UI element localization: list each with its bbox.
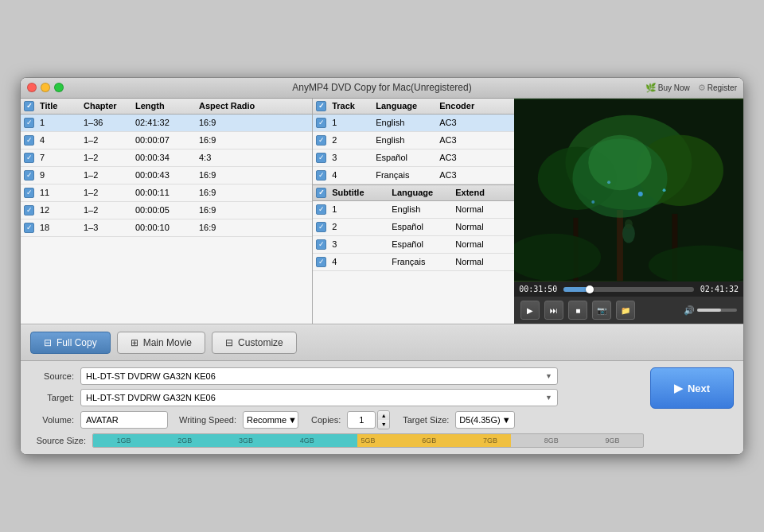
length-cell: 00:00:34 (135, 153, 199, 162)
row-checkbox[interactable]: ✓ (24, 153, 34, 163)
gear-icon: ⚙ (698, 83, 706, 93)
length-cell: 02:41:32 (135, 118, 199, 127)
row-checkbox[interactable]: ✓ (24, 118, 34, 128)
table-row[interactable]: ✓ 12 1–2 00:00:05 16:9 (21, 202, 312, 219)
row-checkbox[interactable]: ✓ (316, 204, 326, 215)
video-preview (514, 99, 743, 282)
tick-8gb: 8GB (544, 437, 559, 445)
table-row[interactable]: ✓ 1 English Normal (313, 201, 514, 219)
aspect-col-header: Aspect Radio (199, 101, 279, 111)
row-checkbox[interactable]: ✓ (24, 188, 34, 198)
row-checkbox[interactable]: ✓ (24, 205, 34, 216)
table-row[interactable]: ✓ 7 1–2 00:00:34 4:3 (21, 150, 312, 167)
title-cell: 4 (40, 135, 84, 145)
row-checkbox[interactable]: ✓ (24, 223, 34, 233)
title-cell: 9 (40, 170, 84, 180)
screenshot-button[interactable]: 📷 (592, 301, 611, 320)
track-cell: 1 (332, 118, 376, 127)
tracks-select-all[interactable]: ✓ (316, 101, 326, 111)
customize-button[interactable]: ⊟ Customize (212, 332, 297, 354)
row-checkbox[interactable]: ✓ (24, 170, 34, 181)
subtitle-section-header: ✓ Subtitle Language Extend (313, 184, 514, 201)
length-cell: 00:00:07 (135, 135, 199, 145)
target-row: Target: HL-DT-ST DVDRW GA32N KE06 ▼ (30, 389, 644, 406)
row-checkbox[interactable]: ✓ (316, 257, 326, 267)
spin-up-button[interactable]: ▲ (378, 411, 389, 420)
sub-language-cell: English (392, 204, 455, 214)
row-checkbox[interactable]: ✓ (316, 153, 326, 163)
tick-9gb: 9GB (606, 437, 620, 445)
tick-3gb: 3GB (239, 437, 253, 445)
register-button[interactable]: ⚙ Register (698, 83, 737, 93)
table-row[interactable]: ✓ 4 Français Normal (313, 254, 514, 271)
skip-forward-button[interactable]: ⏭ (544, 301, 563, 320)
writing-speed-dropdown[interactable]: Recomme ▼ (243, 411, 298, 429)
sub-language-cell: Español (392, 239, 455, 249)
buy-now-button[interactable]: 🌿 Buy Now (645, 83, 690, 93)
volume-input[interactable] (80, 411, 168, 429)
table-row[interactable]: ✓ 11 1–2 00:00:11 16:9 (21, 184, 312, 202)
tick-4gb: 4GB (300, 437, 314, 445)
minimize-button[interactable] (41, 83, 50, 92)
aspect-cell: 16:9 (199, 135, 279, 145)
row-checkbox[interactable]: ✓ (316, 135, 326, 146)
titlebar-actions: 🌿 Buy Now ⚙ Register (645, 83, 737, 93)
copies-input[interactable]: 1 (347, 411, 376, 429)
writing-speed-label: Writing Speed: (179, 415, 236, 425)
chapter-cell: 1–2 (84, 135, 135, 145)
main-movie-button[interactable]: ⊞ Main Movie (117, 332, 205, 354)
extend-col-header: Extend (455, 188, 511, 198)
spin-down-button[interactable]: ▼ (378, 420, 389, 429)
row-checkbox[interactable]: ✓ (316, 170, 326, 181)
row-checkbox[interactable]: ✓ (316, 118, 326, 128)
select-all-checkbox[interactable]: ✓ (24, 101, 34, 111)
chapter-col-header: Chapter (84, 101, 135, 111)
table-row[interactable]: ✓ 4 1–2 00:00:07 16:9 (21, 132, 312, 150)
progress-thumb (586, 285, 594, 293)
options-left: Source: HL-DT-ST DVDRW GA32N KE06 ▼ Targ… (30, 367, 644, 448)
tick-6gb: 6GB (422, 437, 436, 445)
row-checkbox[interactable]: ✓ (316, 239, 326, 250)
progress-bar[interactable] (563, 287, 693, 292)
target-size-dropdown[interactable]: D5(4.35G) ▼ (455, 411, 515, 429)
next-button[interactable]: ▶ Next (650, 367, 734, 409)
row-checkbox[interactable]: ✓ (316, 222, 326, 232)
extend-cell: Normal (455, 222, 511, 231)
leaf-icon: 🌿 (645, 83, 657, 93)
volume-control: 🔊 (684, 305, 737, 316)
customize-icon: ⊟ (225, 337, 233, 348)
subtitles-select-all[interactable]: ✓ (316, 188, 326, 198)
volume-slider[interactable] (697, 309, 737, 312)
app-window: AnyMP4 DVD Copy for Mac(Unregistered) 🌿 … (20, 77, 744, 455)
row-checkbox[interactable]: ✓ (24, 135, 34, 146)
encoder-col-header: Encoder (439, 101, 495, 111)
target-dropdown[interactable]: HL-DT-ST DVDRW GA32N KE06 ▼ (80, 389, 558, 406)
table-row[interactable]: ✓ 2 Español Normal (313, 219, 514, 236)
table-row[interactable]: ✓ 9 1–2 00:00:43 16:9 (21, 167, 312, 184)
table-row[interactable]: ✓ 18 1–3 00:00:10 16:9 (21, 219, 312, 237)
close-button[interactable] (27, 83, 37, 92)
full-copy-button[interactable]: ⊟ Full Copy (30, 332, 111, 354)
table-row[interactable]: ✓ 1 English AC3 (313, 115, 514, 132)
dropdown-arrow: ▼ (545, 372, 552, 380)
table-row[interactable]: ✓ 1 1–36 02:41:32 16:9 (21, 115, 312, 132)
main-tables: ✓ Title Chapter Length Aspect Radio ✓ 1 … (21, 99, 743, 324)
source-size-label: Source Size: (30, 436, 86, 445)
tick-5gb: 5GB (361, 437, 375, 445)
stop-button[interactable]: ■ (568, 301, 587, 320)
table-row[interactable]: ✓ 2 English AC3 (313, 132, 514, 150)
folder-button[interactable]: 📁 (616, 301, 635, 320)
tick-2gb: 2GB (177, 437, 192, 445)
source-dropdown[interactable]: HL-DT-ST DVDRW GA32N KE06 ▼ (80, 367, 558, 385)
table-row[interactable]: ✓ 3 Español AC3 (313, 150, 514, 167)
maximize-button[interactable] (54, 83, 64, 92)
chapter-cell: 1–2 (84, 153, 135, 162)
encoder-cell: AC3 (439, 118, 495, 127)
table-row[interactable]: ✓ 4 Français AC3 (313, 167, 514, 184)
subtitle-col-header: Subtitle (332, 188, 392, 198)
svg-point-8 (588, 135, 651, 190)
play-button[interactable]: ▶ (520, 301, 540, 320)
volume-row: Volume: Writing Speed: Recomme ▼ Copies:… (30, 410, 644, 429)
table-row[interactable]: ✓ 3 Español Normal (313, 236, 514, 254)
source-size-row: Source Size: 1GB 2GB 3GB 4GB 5GB 6GB (30, 433, 644, 448)
